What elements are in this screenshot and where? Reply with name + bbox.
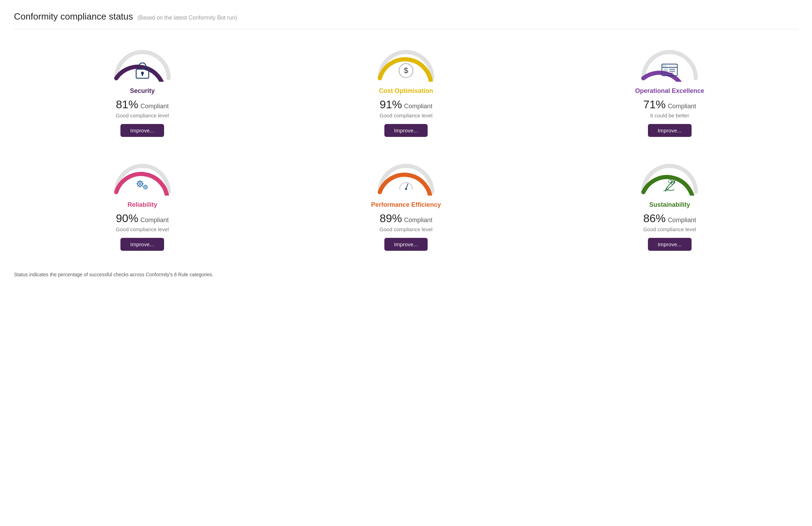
svg-line-32 bbox=[144, 188, 144, 189]
card-reliability: Reliability 90% Compliant Good complianc… bbox=[14, 154, 271, 261]
svg-point-24 bbox=[145, 187, 146, 188]
card-cost: $ Cost Optimisation 91% Compliant Good c… bbox=[278, 40, 534, 147]
compliance-row-security: 81% Compliant bbox=[116, 98, 169, 111]
card-performance: Performance Efficiency 89% Compliant Goo… bbox=[278, 154, 534, 261]
compliance-desc-security: Good compliance level bbox=[116, 112, 169, 118]
card-operational: Operational Excellence 71% Compliant It … bbox=[541, 40, 798, 147]
card-title-sustainability: Sustainability bbox=[649, 201, 690, 209]
compliance-label-operational: Compliant bbox=[668, 103, 696, 110]
compliance-row-performance: 89% Compliant bbox=[379, 212, 432, 225]
card-security: Security 81% Compliant Good compliance l… bbox=[14, 40, 271, 147]
svg-rect-2 bbox=[142, 74, 143, 76]
compliance-row-reliability: 90% Compliant bbox=[116, 212, 169, 225]
compliance-pct-performance: 89% bbox=[379, 212, 402, 225]
svg-point-34 bbox=[405, 188, 407, 190]
improve-button-operational[interactable]: Improve... bbox=[648, 124, 692, 137]
icon-cost: $ bbox=[398, 62, 414, 79]
compliance-pct-operational: 71% bbox=[643, 98, 666, 111]
compliance-desc-sustainability: Good compliance level bbox=[643, 226, 696, 232]
svg-point-12 bbox=[665, 65, 666, 66]
compliance-label-security: Compliant bbox=[140, 103, 169, 110]
compliance-pct-security: 81% bbox=[116, 98, 138, 111]
title-divider bbox=[14, 29, 798, 29]
svg-point-11 bbox=[663, 65, 664, 66]
compliance-row-sustainability: 86% Compliant bbox=[643, 212, 696, 225]
improve-button-performance[interactable]: Improve... bbox=[384, 238, 428, 251]
improve-button-sustainability[interactable]: Improve... bbox=[648, 238, 692, 251]
svg-line-30 bbox=[147, 188, 147, 189]
card-title-security: Security bbox=[130, 87, 155, 95]
compliance-label-sustainability: Compliant bbox=[668, 217, 696, 224]
compliance-pct-sustainability: 86% bbox=[643, 212, 666, 225]
icon-sustainability bbox=[661, 176, 678, 193]
compliance-row-cost: 91% Compliant bbox=[379, 98, 432, 111]
icon-performance bbox=[398, 176, 414, 193]
card-title-operational: Operational Excellence bbox=[635, 87, 704, 95]
compliance-pct-reliability: 90% bbox=[116, 212, 138, 225]
svg-line-31 bbox=[147, 185, 147, 186]
svg-line-19 bbox=[138, 181, 138, 182]
svg-line-29 bbox=[144, 185, 144, 186]
svg-line-21 bbox=[142, 181, 142, 182]
gauge-operational bbox=[638, 47, 701, 82]
card-title-cost: Cost Optimisation bbox=[379, 87, 433, 95]
improve-button-security[interactable]: Improve... bbox=[120, 124, 164, 137]
icon-reliability bbox=[134, 176, 151, 193]
svg-point-13 bbox=[138, 181, 142, 186]
page-subtitle: (Based on the latest Conformity Bot run) bbox=[137, 15, 237, 21]
svg-rect-7 bbox=[664, 68, 668, 74]
compliance-label-cost: Compliant bbox=[404, 103, 433, 110]
gauge-cost: $ bbox=[375, 47, 437, 82]
card-title-reliability: Reliability bbox=[127, 201, 157, 209]
gauge-performance bbox=[375, 161, 437, 196]
improve-button-cost[interactable]: Improve... bbox=[384, 124, 428, 137]
page-title: Conformity compliance status bbox=[14, 11, 133, 22]
improve-button-reliability[interactable]: Improve... bbox=[120, 238, 164, 251]
page-title-section: Conformity compliance status (Based on t… bbox=[14, 11, 798, 22]
compliance-label-performance: Compliant bbox=[404, 217, 433, 224]
icon-operational bbox=[661, 62, 678, 79]
card-sustainability: Sustainability 86% Compliant Good compli… bbox=[541, 154, 798, 261]
icon-security bbox=[134, 62, 151, 79]
compliance-desc-reliability: Good compliance level bbox=[116, 226, 169, 232]
compliance-row-operational: 71% Compliant bbox=[643, 98, 696, 111]
footer-note: Status indicates the percentage of succe… bbox=[14, 272, 798, 277]
gauge-sustainability bbox=[638, 161, 701, 196]
svg-line-20 bbox=[142, 186, 142, 187]
gauge-security bbox=[111, 47, 174, 82]
compliance-desc-performance: Good compliance level bbox=[379, 226, 433, 232]
gauge-reliability bbox=[111, 161, 174, 196]
compliance-label-reliability: Compliant bbox=[140, 217, 169, 224]
svg-line-22 bbox=[138, 186, 138, 187]
compliance-desc-operational: It could be better bbox=[650, 112, 689, 118]
compliance-desc-cost: Good compliance level bbox=[379, 112, 433, 118]
cards-grid: Security 81% Compliant Good compliance l… bbox=[14, 40, 798, 261]
card-title-performance: Performance Efficiency bbox=[371, 201, 441, 209]
svg-text:$: $ bbox=[404, 66, 408, 75]
compliance-pct-cost: 91% bbox=[379, 98, 402, 111]
svg-point-14 bbox=[139, 183, 141, 185]
